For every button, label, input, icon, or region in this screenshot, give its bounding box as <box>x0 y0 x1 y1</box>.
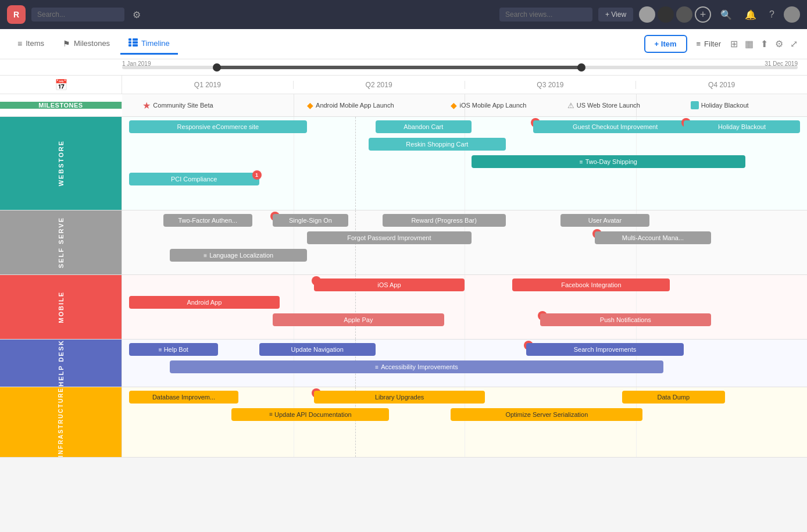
bar-responsive-ecommerce[interactable]: Responsive eCommerce site <box>129 120 307 133</box>
notifications-icon[interactable]: 🔔 <box>741 9 760 20</box>
bar-reskin-cart[interactable]: Reskin Shopping Cart <box>369 138 506 151</box>
bar-library-upgrades[interactable]: Library Upgrades <box>314 391 485 404</box>
swimlane-helpdesk: HELP DESK ≡ Help Bot Update Navigation 1… <box>0 340 807 387</box>
global-search-input[interactable] <box>31 8 124 22</box>
diamond-icon-2: ◆ <box>451 101 457 110</box>
filter-icon: ≡ <box>697 40 701 48</box>
fullscreen-icon[interactable]: ⤢ <box>790 38 798 49</box>
tab-milestones[interactable]: ⚑ Milestones <box>55 34 118 55</box>
avatar-1[interactable] <box>639 6 655 23</box>
avatar-2[interactable] <box>658 6 674 23</box>
api-icon: ≡ <box>269 411 273 417</box>
svg-rect-1 <box>128 41 131 44</box>
search-icon[interactable]: 🔍 <box>717 9 735 20</box>
items-icon: ≡ <box>17 39 22 48</box>
timeline-header: 📅 Q1 2019 Q2 2019 Q3 2019 Q4 2019 <box>0 76 807 94</box>
bar-two-day-shipping[interactable]: ≡ Two-Day Shipping <box>472 155 745 168</box>
settings-toolbar-icon[interactable]: ⚙ <box>775 38 783 49</box>
bar-guest-checkout[interactable]: Guest Checkout Improvement <box>533 120 698 133</box>
edit-columns-icon[interactable]: ⊞ <box>730 38 738 49</box>
quarter-q3: Q3 2019 <box>465 81 637 89</box>
milestones-content: ★ Community Site Beta ◆ Android Mobile A… <box>122 94 807 116</box>
swimlane-selfserve: SELF SERVE Two-Factor Authen... 1 Single… <box>0 210 807 275</box>
scrubber-track[interactable] <box>122 66 798 69</box>
diamond-icon-1: ◆ <box>307 101 313 110</box>
bar-database[interactable]: Database Improvem... <box>129 391 238 404</box>
bar-sso[interactable]: Single-Sign On <box>273 214 348 227</box>
milestone-holiday[interactable]: Holiday Blackout <box>691 101 749 109</box>
view-search-input[interactable] <box>499 8 592 22</box>
scrubber-left-handle[interactable] <box>213 63 221 72</box>
svg-rect-4 <box>133 41 138 44</box>
quarter-q2: Q2 2019 <box>294 81 465 89</box>
timeline-icon <box>128 38 138 48</box>
bar-reward[interactable]: Reward (Progress Bar) <box>383 214 506 227</box>
bar-pci-compliance[interactable]: PCI Compliance <box>129 173 259 185</box>
bar-search-improvements[interactable]: Search Improvements <box>526 343 684 356</box>
time-scrubber[interactable]: 1 Jan 2019 31 Dec 2019 <box>0 59 807 76</box>
tab-timeline[interactable]: Timeline <box>120 34 178 55</box>
app-logo[interactable]: R <box>7 5 26 24</box>
milestone-webstore[interactable]: ⚠ US Web Store Launch <box>567 101 640 110</box>
helpbot-icon: ≡ <box>159 347 162 353</box>
bar-facebook[interactable]: Facebook Integration <box>512 279 670 291</box>
filter-button[interactable]: ≡ Filter <box>690 36 728 52</box>
help-icon[interactable]: ? <box>766 9 778 20</box>
bar-apple-pay[interactable]: Apple Pay <box>273 313 444 326</box>
bar-user-avatar[interactable]: User Avatar <box>560 214 649 227</box>
milestone-android[interactable]: ◆ Android Mobile App Launch <box>307 101 394 110</box>
filter-label: Filter <box>704 40 721 48</box>
milestone-community[interactable]: ★ Community Site Beta <box>142 100 213 111</box>
bar-helpbot[interactable]: ≡ Help Bot <box>129 343 218 356</box>
bar-update-api[interactable]: ≡ Update API Documentation <box>231 408 389 421</box>
bar-ios-app[interactable]: iOS App <box>314 279 465 291</box>
bar-accessibility[interactable]: ≡ Accessibility Improvements <box>170 360 663 373</box>
tab-milestones-label: Milestones <box>74 39 110 48</box>
bar-2fa[interactable]: Two-Factor Authen... <box>163 214 252 227</box>
helpdesk-label: HELP DESK <box>0 340 122 387</box>
mobile-content: 1 iOS App Facebook Integration Android A… <box>122 275 807 339</box>
milestone-ios[interactable]: ◆ iOS Mobile App Launch <box>451 101 526 110</box>
bar-forgot-password[interactable]: Forgot Password Improvment <box>307 231 472 244</box>
bar-abandon-cart[interactable]: Abandon Cart <box>376 120 472 133</box>
star-icon: ★ <box>142 100 151 111</box>
scrubber-right-handle[interactable] <box>577 63 585 72</box>
tab-timeline-label: Timeline <box>141 39 170 48</box>
tab-items[interactable]: ≡ Items <box>9 34 52 55</box>
user-avatar[interactable] <box>784 6 800 23</box>
add-member-button[interactable]: + <box>695 6 711 23</box>
accessibility-icon: ≡ <box>375 364 378 370</box>
webstore-label: WEBSTORE <box>0 117 122 210</box>
bar-holiday-blackout[interactable]: Holiday Blackout <box>684 120 800 133</box>
bar-push-notifications[interactable]: Push Notifications <box>540 313 712 326</box>
add-view-button[interactable]: + View <box>598 8 633 22</box>
swimlane-infrastructure: INFRASTRUCTURE Database Improvem... 1 Li… <box>0 387 807 458</box>
badge-pci: 1 <box>252 170 262 180</box>
svg-rect-5 <box>133 44 138 47</box>
bar-update-nav[interactable]: Update Navigation <box>259 343 376 356</box>
quarter-q1: Q1 2019 <box>122 81 294 89</box>
tab-items-label: Items <box>26 39 44 48</box>
export-icon[interactable]: ⬆ <box>760 38 768 49</box>
bar-android-app[interactable]: Android App <box>129 296 280 309</box>
bar-language-loc[interactable]: ≡ Language Localization <box>170 249 307 262</box>
toolbar-icons: ⊞ ▦ ⬆ ⚙ ⤢ <box>730 38 798 49</box>
row-label-header: 📅 <box>0 76 122 94</box>
infra-content: Database Improvem... 1 Library Upgrades … <box>122 387 807 457</box>
layout-icon[interactable]: ▦ <box>745 38 754 49</box>
swimlane-webstore: WEBSTORE Responsive eCommerce site Aband… <box>0 117 807 210</box>
shipping-icon: ≡ <box>580 159 583 165</box>
bar-data-dump[interactable]: Data Dump <box>622 391 725 404</box>
add-item-button[interactable]: + Item <box>644 35 687 53</box>
mobile-label: MOBILE <box>0 275 122 339</box>
bar-optimize-server[interactable]: Optimize Server Serialization <box>451 408 642 421</box>
avatar-3[interactable] <box>676 6 692 23</box>
infra-label: INFRASTRUCTURE <box>0 387 122 457</box>
settings-icon[interactable]: ⚙ <box>133 9 141 20</box>
milestones-label: MILESTONES <box>0 102 122 109</box>
webstore-content: Responsive eCommerce site Abandon Cart 3… <box>122 117 807 210</box>
bar-multi-account[interactable]: Multi-Account Mana... <box>595 231 711 244</box>
helpdesk-content: ≡ Help Bot Update Navigation 1 Search Im… <box>122 340 807 387</box>
svg-rect-0 <box>128 38 131 41</box>
lang-icon: ≡ <box>203 252 207 259</box>
